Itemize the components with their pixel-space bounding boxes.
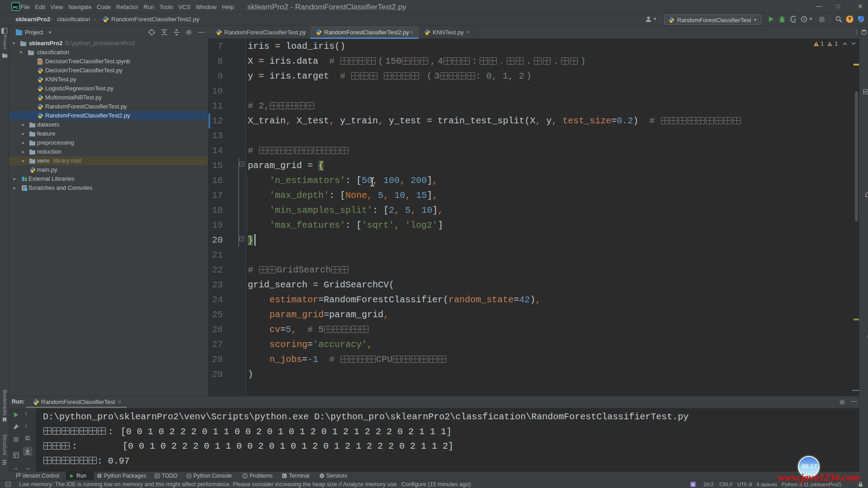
svg-text:PC: PC [13, 5, 18, 9]
